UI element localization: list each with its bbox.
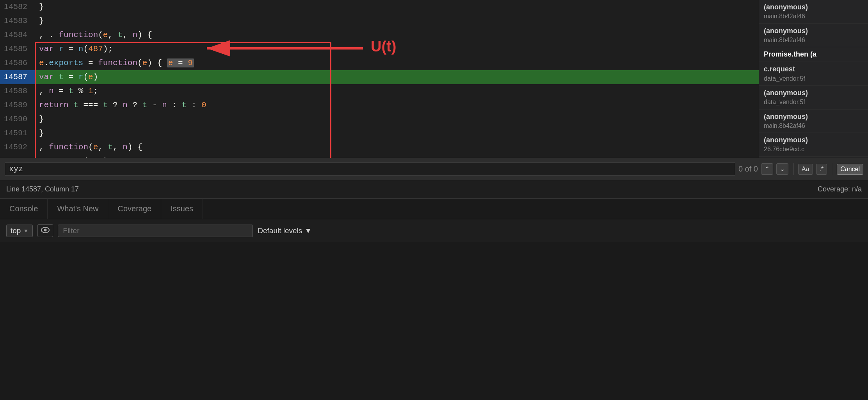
cursor-position: Line 14587, Column 17 [6, 185, 79, 193]
call-stack-item-3[interactable]: c.request data_vendor.5f [759, 62, 868, 86]
line-content-14588: , n = t % 1; [35, 84, 759, 98]
eye-icon [41, 227, 50, 233]
eye-button[interactable] [37, 224, 53, 237]
filter-input[interactable] [58, 225, 253, 237]
call-stack-item-5[interactable]: (anonymous) main.8b42af46 [759, 110, 868, 133]
code-editor: 14582 } 14583 } 14584 , . function(e, t,… [0, 0, 759, 158]
find-input[interactable] [5, 163, 735, 175]
find-prev-button[interactable]: ⌃ [761, 163, 773, 175]
find-bar: 0 of 0 ⌃ ⌄ Aa .* Cancel [0, 158, 868, 180]
line-num-14590: 14590 [0, 112, 35, 126]
call-stack-name-5: (anonymous) [764, 112, 863, 122]
call-stack-file-4: data_vendor.5f [764, 98, 863, 106]
line-content-14592: , function(e, t, n) { [35, 140, 759, 154]
svg-point-3 [44, 229, 47, 232]
line-content-14591: } [35, 126, 759, 140]
call-stack-name-1: (anonymous) [764, 26, 863, 36]
code-line-14592: 14592 , function(e, t, n) { [0, 140, 759, 154]
call-stack-name-4: (anonymous) [764, 88, 863, 98]
line-content-14586: e.exports = function(e) { e = 9 [35, 56, 759, 70]
chevron-down-icon: ▼ [23, 228, 28, 234]
line-content-14584: , . function(e, t, n) { [35, 28, 759, 42]
call-stack-name-6: (anonymous) [764, 135, 863, 145]
levels-label: Default levels [258, 227, 302, 235]
code-lines: 14582 } 14583 } 14584 , . function(e, t,… [0, 0, 759, 158]
call-stack-item-2[interactable]: Promise.then (a [759, 47, 868, 62]
coverage-status: Coverage: n/a [818, 185, 862, 193]
line-num-14586: 14586 [0, 56, 35, 70]
main-area: 14582 } 14583 } 14584 , . function(e, t,… [0, 0, 868, 158]
code-line-14587: 14587 var t = r(e) [0, 70, 759, 84]
call-stack-file-1: main.8b42af46 [764, 36, 863, 44]
call-stack-file-0: main.8b42af46 [764, 12, 863, 21]
code-line-14582: 14582 } [0, 0, 759, 14]
line-num-14582: 14582 [0, 0, 35, 14]
code-line-14588: 14588 , n = t % 1; [0, 84, 759, 98]
line-num-14591: 14591 [0, 126, 35, 140]
cancel-button[interactable]: Cancel [837, 164, 863, 175]
code-line-14585: 14585 var r = n(487); [0, 42, 759, 56]
levels-chevron-icon: ▼ [304, 227, 312, 235]
tab-whats-new[interactable]: What's New [48, 199, 108, 219]
line-num-14588: 14588 [0, 84, 35, 98]
regex-button[interactable]: .* [816, 164, 827, 175]
find-count: 0 of 0 [738, 165, 758, 173]
code-line-14593: 14593 var r = n(171) [0, 154, 759, 158]
call-stack-name-3: c.request [764, 64, 863, 74]
find-separator-2 [832, 163, 832, 175]
line-content-14589: return t === t ? n ? t - n : t : 0 [35, 98, 759, 112]
code-line-14586: 14586 e.exports = function(e) { e = 9 [0, 56, 759, 70]
find-separator [793, 163, 793, 175]
line-num-14592: 14592 [0, 140, 35, 154]
code-line-14591: 14591 } [0, 126, 759, 140]
code-line-14589: 14589 return t === t ? n ? t - n : t : 0 [0, 98, 759, 112]
call-stack-file-6: 26.76cbe9cd.c [764, 145, 863, 154]
levels-selector[interactable]: Default levels ▼ [258, 227, 312, 235]
tab-coverage[interactable]: Coverage [108, 199, 161, 219]
call-stack-file-5: main.8b42af46 [764, 122, 863, 130]
call-stack-name-0: (anonymous) [764, 2, 863, 12]
call-stack-name-2: Promise.then (a [764, 50, 863, 59]
line-num-14583: 14583 [0, 14, 35, 28]
call-stack-panel: (anonymous) main.8b42af46 (anonymous) ma… [759, 0, 868, 158]
bottom-tabs: Console What's New Coverage Issues [0, 198, 868, 219]
line-num-14593: 14593 [0, 154, 35, 158]
line-content-14593: var r = n(171) [35, 154, 759, 158]
tab-issues[interactable]: Issues [161, 199, 203, 219]
code-line-14590: 14590 } [0, 112, 759, 126]
call-stack-item-1[interactable]: (anonymous) main.8b42af46 [759, 24, 868, 48]
status-bar: Line 14587, Column 17 Coverage: n/a [0, 180, 868, 198]
line-content-14587: var t = r(e) [35, 70, 759, 84]
line-num-14584: 14584 [0, 28, 35, 42]
call-stack-item-4[interactable]: (anonymous) data_vendor.5f [759, 86, 868, 110]
line-content-14583: } [35, 14, 759, 28]
code-line-14584: 14584 , . function(e, t, n) { [0, 28, 759, 42]
call-stack-item-0[interactable]: (anonymous) main.8b42af46 [759, 0, 868, 24]
line-content-14585: var r = n(487); [35, 42, 759, 56]
empty-console [0, 242, 868, 400]
context-selector[interactable]: top ▼ [6, 225, 33, 237]
match-case-button[interactable]: Aa [798, 164, 813, 175]
context-label: top [11, 227, 21, 235]
console-toolbar: top ▼ Default levels ▼ [0, 219, 868, 242]
line-num-14587: 14587 [0, 70, 35, 84]
code-line-14583: 14583 } [0, 14, 759, 28]
line-content-14582: } [35, 0, 759, 14]
call-stack-item-6[interactable]: (anonymous) 26.76cbe9cd.c [759, 133, 868, 157]
find-next-button[interactable]: ⌄ [776, 163, 788, 175]
tab-console[interactable]: Console [0, 199, 48, 219]
line-num-14585: 14585 [0, 42, 35, 56]
line-num-14589: 14589 [0, 98, 35, 112]
call-stack-file-3: data_vendor.5f [764, 74, 863, 83]
line-content-14590: } [35, 112, 759, 126]
